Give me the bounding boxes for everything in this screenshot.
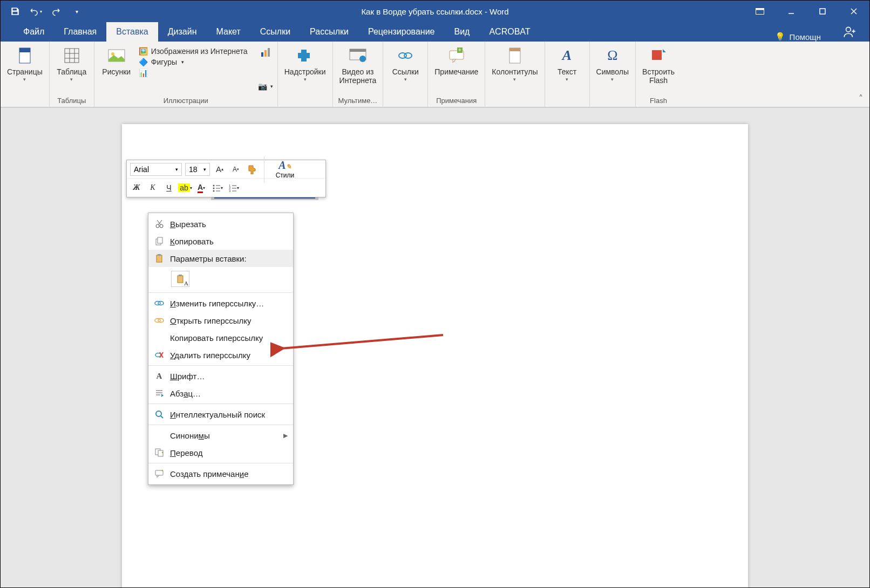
font-size-value: 18 <box>189 165 198 174</box>
comment-button[interactable]: + Примечание <box>432 45 480 77</box>
svg-rect-53 <box>179 275 182 276</box>
context-menu-item-label: Шрифт… <box>170 372 205 381</box>
context-menu-item[interactable]: AШрифт… <box>148 367 293 385</box>
text-icon: A <box>558 46 577 65</box>
font-color-icon[interactable]: A▾ <box>195 181 208 194</box>
svg-point-25 <box>404 53 412 58</box>
svg-point-55 <box>158 302 164 305</box>
svg-rect-67 <box>158 450 163 456</box>
online-pictures-label: Изображения из Интернета <box>151 47 248 56</box>
context-menu-item-label: Удалить гиперссылку <box>170 351 250 360</box>
online-pictures-button[interactable]: 🖼️ Изображения из Интернета <box>139 47 248 56</box>
tab-design[interactable]: Дизайн <box>158 22 207 42</box>
context-menu-item[interactable]: Вырезать <box>148 215 293 233</box>
shapes-button[interactable]: 🔷 Фигуры▾ <box>139 58 248 66</box>
tab-layout[interactable]: Макет <box>207 22 250 42</box>
headers-button[interactable]: Колонтитулы▾ <box>490 45 540 83</box>
collapse-ribbon-icon[interactable]: ˄ <box>859 93 863 104</box>
video-label: Видео из Интернета <box>339 67 377 85</box>
tab-references[interactable]: Ссылки <box>250 22 300 42</box>
context-menu-item-label: Перевод <box>170 448 202 457</box>
addins-label: Надстройки <box>284 67 326 76</box>
redo-icon[interactable] <box>49 4 63 18</box>
underline-icon[interactable]: Ч <box>162 181 175 194</box>
tab-insert[interactable]: Вставка <box>106 22 158 42</box>
context-menu-item[interactable]: Синонимы▶ <box>148 427 293 444</box>
titlebar: ▾ ▾ Как в Ворде убрать ссылки.docx - Wor… <box>1 1 869 22</box>
grow-font-icon[interactable]: A▴ <box>213 163 226 176</box>
tab-view[interactable]: Вид <box>444 22 479 42</box>
links-button[interactable]: Ссылки▾ <box>388 45 423 83</box>
context-menu-item-label: Открыть гиперссылку <box>170 316 252 325</box>
table-button[interactable]: Таблица▾ <box>54 45 90 83</box>
context-menu-item[interactable]: Копировать гиперссылку <box>148 329 293 346</box>
online-video-button[interactable]: Видео из Интернета <box>337 45 379 86</box>
context-menu-item[interactable]: Удалить гиперссылку <box>148 346 293 364</box>
context-menu-item-label: Копировать гиперссылку <box>170 333 263 343</box>
group-pages-label <box>1 95 49 107</box>
styles-button[interactable]: A✎ Стили <box>270 159 300 179</box>
save-icon[interactable] <box>8 4 22 18</box>
page-icon <box>15 46 35 65</box>
minimize-icon[interactable] <box>776 1 807 22</box>
numbering-icon[interactable]: 123▾ <box>227 181 240 194</box>
screenshot-button[interactable]: 📷▾ <box>258 82 273 91</box>
font-combo[interactable]: Arial▾ <box>130 163 182 176</box>
screenshot-icon: 📷 <box>258 82 267 91</box>
font-icon: A <box>154 371 165 381</box>
context-menu-item[interactable]: Изменить гиперссылку… <box>148 295 293 312</box>
copy-icon <box>154 236 165 247</box>
context-menu-item[interactable]: Открыть гиперссылку <box>148 312 293 329</box>
tab-review[interactable]: Рецензирование <box>358 22 445 42</box>
svg-text:+: + <box>458 47 461 53</box>
smartart-button[interactable]: 📊 <box>139 69 248 77</box>
context-menu-item[interactable]: +Создать примечание <box>148 465 293 482</box>
ribbon-tabs: Файл Главная Вставка Дизайн Макет Ссылки… <box>1 22 869 42</box>
quick-access-toolbar: ▾ ▾ <box>1 1 91 22</box>
maximize-icon[interactable] <box>807 1 838 22</box>
styles-label: Стили <box>276 172 295 179</box>
context-menu-item[interactable]: Копировать <box>148 233 293 250</box>
svg-rect-11 <box>65 49 79 63</box>
context-menu-item[interactable]: Интеллектуальный поиск <box>148 406 293 423</box>
qat-more-icon[interactable]: ▾ <box>70 4 84 18</box>
tab-home[interactable]: Главная <box>54 22 106 42</box>
pictures-button[interactable]: Рисунки <box>99 45 134 77</box>
svg-rect-3 <box>820 9 825 14</box>
addins-button[interactable]: Надстройки▾ <box>282 45 328 83</box>
paste-keep-formatting-icon[interactable]: A <box>171 271 189 287</box>
svg-rect-19 <box>264 50 267 57</box>
ribbon-display-options-icon[interactable] <box>744 1 776 22</box>
share-icon[interactable] <box>842 22 857 42</box>
group-illustrations-label: Иллюстрации <box>94 95 277 107</box>
chart-button[interactable] <box>260 47 271 59</box>
undo-icon[interactable]: ▾ <box>29 4 43 18</box>
shrink-font-icon[interactable]: A▾ <box>229 163 242 176</box>
highlight-icon[interactable]: ab▾ <box>179 181 192 194</box>
context-menu-item[interactable]: Абзац… <box>148 385 293 402</box>
pages-button[interactable]: Страницы▾ <box>5 45 45 83</box>
addins-icon <box>295 46 315 65</box>
context-menu-item[interactable]: Перевод <box>148 444 293 461</box>
italic-icon[interactable]: К <box>146 181 159 194</box>
pages-label: Страницы <box>7 67 43 76</box>
group-addins: Надстройки▾ <box>278 42 333 107</box>
group-tables-label: Таблицы <box>50 95 94 107</box>
close-icon[interactable] <box>838 1 869 22</box>
bullets-icon[interactable]: ▾ <box>211 181 224 194</box>
window-title: Как в Ворде убрать ссылки.docx - Word <box>1 7 869 16</box>
format-painter-icon[interactable] <box>246 163 259 176</box>
chart-icon <box>260 47 271 59</box>
search-icon <box>154 409 165 420</box>
tab-mailings[interactable]: Рассылки <box>300 22 358 42</box>
tab-acrobat[interactable]: ACROBAT <box>479 22 540 42</box>
tab-file[interactable]: Файл <box>13 22 54 42</box>
bold-icon[interactable]: Ж <box>130 181 143 194</box>
text-button[interactable]: A Текст▾ <box>549 45 585 83</box>
group-illustrations: Рисунки 🖼️ Изображения из Интернета 🔷 Фи… <box>94 42 278 107</box>
flash-button[interactable]: Встроить Flash <box>640 45 677 86</box>
symbols-button[interactable]: Ω Символы▾ <box>594 45 631 83</box>
svg-point-6 <box>846 27 851 32</box>
online-pictures-icon: 🖼️ <box>139 47 148 56</box>
font-size-combo[interactable]: 18▾ <box>185 163 210 176</box>
